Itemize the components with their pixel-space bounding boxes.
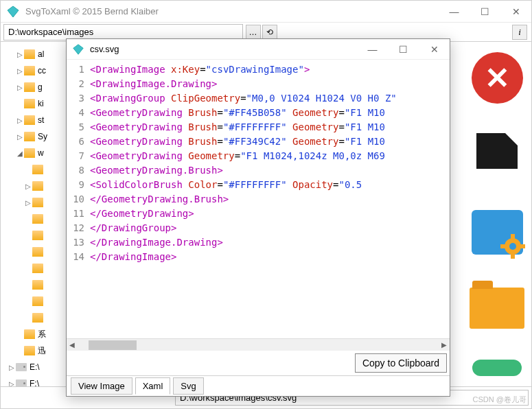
drive-icon <box>16 363 27 371</box>
folder-icon <box>24 132 35 141</box>
code-content[interactable]: <DrawingImage x:Key="csvDrawingImage"> <… <box>89 60 450 338</box>
tab-view-image[interactable]: View Image <box>71 377 132 395</box>
svg-rect-3 <box>511 234 515 239</box>
tree-item-label: E:\ <box>30 362 40 372</box>
tree-item-label: ki <box>38 99 44 108</box>
folder-icon <box>24 82 35 92</box>
expand-arrow[interactable]: ▷ <box>17 133 24 141</box>
tree-folder-item[interactable]: ▷cc <box>2 62 67 79</box>
expand-arrow[interactable]: ▷ <box>17 51 24 58</box>
scrollbar-thumb[interactable] <box>89 340 137 350</box>
scroll-right-arrow[interactable]: ▶ <box>439 341 450 349</box>
diamond-icon <box>72 43 84 56</box>
tree-drive-item[interactable]: ▷F:\ <box>2 375 67 386</box>
tree-item-label: st <box>38 115 44 125</box>
refresh-button[interactable]: ⟲ <box>262 25 277 40</box>
svg-marker-0 <box>8 6 19 17</box>
diamond-icon <box>6 5 20 19</box>
folder-icon <box>24 329 35 339</box>
line-numbers: 1234567891011121314 <box>67 60 89 338</box>
tree-folder-item[interactable]: ▷g <box>2 79 67 95</box>
main-title: SvgToXaml © 2015 Bernd Klaiber <box>25 6 439 16</box>
sub-minimize-button[interactable]: — <box>357 39 388 59</box>
tree-folder-item[interactable]: 迅 <box>2 342 67 359</box>
horizontal-scrollbar[interactable]: ◀ ▶ <box>67 338 450 351</box>
svg-rect-6 <box>520 244 525 248</box>
expand-arrow[interactable]: ◢ <box>17 150 24 157</box>
sub-title: csv.svg <box>90 44 357 54</box>
folder-icon[interactable] <box>466 275 528 340</box>
tree-folder-item[interactable] <box>2 277 67 293</box>
sub-maximize-button[interactable]: ☐ <box>388 39 419 59</box>
copy-to-clipboard-button[interactable]: Copy to Clipboard <box>355 353 447 373</box>
copy-row: Copy to Clipboard <box>67 351 450 375</box>
tree-folder-item[interactable]: 系 <box>2 326 67 342</box>
tree-drive-item[interactable]: ▷E:\ <box>2 359 67 375</box>
window-controls: — ☐ ✕ <box>439 1 531 22</box>
tab-xaml[interactable]: Xaml <box>135 377 171 395</box>
folder-icon <box>24 66 35 75</box>
code-editor[interactable]: 1234567891011121314 <DrawingImage x:Key=… <box>67 60 450 338</box>
folder-icon <box>24 49 35 59</box>
main-titlebar: SvgToXaml © 2015 Bernd Klaiber — ☐ ✕ <box>1 1 531 23</box>
expand-arrow[interactable]: ▷ <box>9 380 16 387</box>
folder-icon <box>32 198 43 207</box>
tree-folder-item[interactable]: ▷ <box>2 194 67 211</box>
folder-icon <box>32 165 43 174</box>
folder-icon <box>32 264 43 273</box>
browse-button[interactable]: … <box>246 25 261 40</box>
folder-icon <box>32 214 43 224</box>
expand-arrow[interactable]: ▷ <box>25 199 32 207</box>
settings-icon[interactable] <box>466 200 528 265</box>
folder-icon <box>32 231 43 240</box>
tree-item-label: g <box>38 82 43 92</box>
svg-rect-4 <box>511 253 515 259</box>
close-button[interactable]: ✕ <box>500 1 531 22</box>
sub-titlebar: csv.svg — ☐ ✕ <box>67 39 450 60</box>
tree-item-label: 迅 <box>38 345 46 357</box>
folder-icon <box>24 115 35 125</box>
expand-arrow[interactable]: ▷ <box>25 183 32 190</box>
folder-icon <box>24 148 35 158</box>
tree-folder-item[interactable]: ◢w <box>2 145 67 161</box>
folder-icon <box>24 99 35 108</box>
tree-item-label: F:\ <box>30 379 39 386</box>
svg-point-2 <box>509 243 516 250</box>
error-icon[interactable]: ✕ <box>466 45 528 110</box>
tab-svg[interactable]: Svg <box>173 377 203 395</box>
folder-icon <box>32 280 43 290</box>
svg-rect-5 <box>500 244 506 248</box>
tree-item-label: cc <box>38 66 46 75</box>
tree-folder-item[interactable]: ▷st <box>2 112 67 128</box>
path-input[interactable] <box>3 24 243 40</box>
watermark: CSDN @卷儿哥 <box>473 395 527 405</box>
tree-folder-item[interactable] <box>2 244 67 260</box>
tree-folder-item[interactable]: ki <box>2 95 67 112</box>
tree-folder-item[interactable] <box>2 260 67 277</box>
green-pill-icon[interactable] <box>466 351 528 385</box>
tree-panel[interactable]: ▷al▷cc▷gki▷st▷Sy◢w▷▷系迅▷E:\▷F:\ <box>1 42 69 386</box>
tree-folder-item[interactable] <box>2 227 67 244</box>
expand-arrow[interactable]: ▷ <box>17 67 24 75</box>
tree-item-label: 系 <box>38 329 46 340</box>
folder-icon <box>32 296 43 306</box>
tree-folder-item[interactable] <box>2 211 67 227</box>
expand-arrow[interactable]: ▷ <box>9 364 16 371</box>
tree-folder-item[interactable] <box>2 309 67 326</box>
tree-folder-item[interactable] <box>2 293 67 309</box>
minimize-button[interactable]: — <box>439 1 470 22</box>
tab-row: View ImageXamlSvg <box>67 375 450 396</box>
tree-folder-item[interactable] <box>2 161 67 178</box>
scroll-left-arrow[interactable]: ◀ <box>67 341 78 349</box>
tree-folder-item[interactable]: ▷al <box>2 46 67 62</box>
expand-arrow[interactable]: ▷ <box>17 84 24 91</box>
maximize-button[interactable]: ☐ <box>470 1 500 22</box>
info-button[interactable]: i <box>512 25 527 40</box>
tree-folder-item[interactable]: ▷ <box>2 178 67 194</box>
expand-arrow[interactable]: ▷ <box>17 117 24 124</box>
code-viewer-window: csv.svg — ☐ ✕ 1234567891011121314 <Drawi… <box>66 38 450 397</box>
drive-icon <box>16 379 27 386</box>
tree-folder-item[interactable]: ▷Sy <box>2 128 67 145</box>
sub-close-button[interactable]: ✕ <box>419 39 450 59</box>
file-icon[interactable] <box>466 124 528 189</box>
